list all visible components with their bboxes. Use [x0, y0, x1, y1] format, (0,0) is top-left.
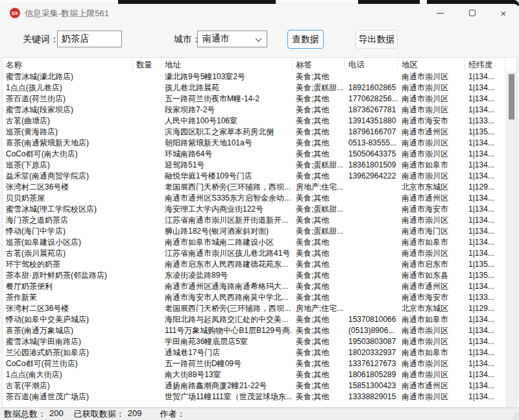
table-cell: 美食;其他 [293, 71, 345, 82]
minimize-button[interactable] [429, 5, 451, 21]
column-header[interactable]: 地址 [162, 58, 293, 71]
table-row[interactable]: 巡茶(黄海路店)滨海园区职工之家草本药房北侧美食;其他18796166707南通… [3, 127, 505, 138]
table-cell: 美食;蛋糕甜... [293, 160, 345, 171]
table-cell: 环宇驾校的奶茶 [3, 259, 133, 270]
table-row[interactable]: 悸动(如皋中交美庐城店)海阳北路与起凤路交汇处的中交美...美食;其他15370… [3, 314, 505, 325]
minimize-icon [437, 13, 444, 14]
table-row[interactable]: 喜茶(南通紫琅新天地店)朝阳路紫琅新天地101a号美食;其他0513-83555… [3, 138, 505, 149]
table-cell [133, 160, 162, 171]
table-cell: 1|134... [465, 215, 505, 226]
table-cell: 悸动(如皋中交美庐城店) [3, 314, 133, 325]
table-cell: 美食;蛋糕甜... [293, 82, 345, 93]
table-row[interactable]: 茶作新茉南通市海安市人民西路南莫中学北...美食;其他南通市海安市1|133..… [3, 292, 505, 303]
close-button[interactable]: × [492, 5, 514, 21]
table-cell: 美食;其他 [293, 358, 345, 369]
table-cell: 南通市如东县 [398, 270, 465, 281]
table-cell: 0513-83555... [345, 138, 398, 149]
fetched-count-label: 已获取数据： [74, 408, 125, 420]
table-cell: 美食;其他 [293, 127, 345, 138]
table-row[interactable]: 益禾堂(南通商贸学院店)融悦华庭1号楼109号门店美食;其他1396296422… [3, 171, 505, 182]
table-cell: 18020332937 [345, 347, 398, 358]
table-cell: 15370810066 [345, 314, 398, 325]
table-cell: 1|133... [465, 292, 505, 303]
table-cell [345, 182, 398, 193]
resize-grip-icon[interactable] [511, 412, 518, 419]
table-cell: 南通市如皋市 [398, 160, 465, 171]
table-row[interactable]: 1点点(南大街店)南大街88号13室美食;其他18061805289南通市崇川区… [3, 369, 505, 380]
table-row[interactable]: 茶本甜·原叶鲜奶茶(邻盐路店)东凌街凌盐路89号美食;其他南通市如东县1|135… [3, 270, 505, 281]
column-header[interactable]: 电话 [345, 58, 398, 71]
table-cell: 迎驾路51号 [162, 160, 293, 171]
table-row[interactable] [3, 402, 505, 407]
column-header[interactable]: 标签 [293, 58, 345, 71]
table-cell: 13914351880 [345, 116, 398, 127]
table-row[interactable]: 蜜雪冰城(濠北路店)濠北路9号5幢103室2号美食;其他南通市崇川区1|134.… [3, 71, 505, 82]
table-row[interactable]: 古茗(崇川晨苑店)江苏省南通市崇川区孩儿巷北路41号美食;其他南通市崇川区1|1… [3, 248, 505, 259]
table-cell: 南通市崇川区 [398, 171, 465, 182]
table-cell: 餐厅奶茶便利 [3, 281, 133, 292]
table-row[interactable]: CoCo都可(荷兰街店)五一路荷兰街D幢09号美食;其他13376127673南… [3, 358, 505, 369]
table-cell: 18921602865 [345, 82, 398, 93]
table-row[interactable]: CoCo都可(南大街店)环城南路64号美食;其他15050643375南通市崇川… [3, 149, 505, 160]
table-row[interactable]: 茶百道(南通世茂广场店)世贸广场11幢111室（世茂篮球场东...美食;其他13… [3, 391, 505, 402]
column-header[interactable]: 经纬度 [465, 58, 505, 71]
table-cell: 1|134... [465, 336, 505, 347]
table-row[interactable]: 海门茶之道奶茶店江苏省南通市崇川区新开街道新开...美食;其他南通市崇川区1|1… [3, 215, 505, 226]
table-row[interactable]: 餐厅奶茶便利南通市通州区通海路南通希格玛大...美食;其他南通市通州区1|134… [3, 281, 505, 292]
table-row[interactable]: 张湾村二区36号楼老国展西门天桥旁(三环辅路，西坝...房地产;住宅...北京市… [3, 182, 505, 193]
query-data-button[interactable]: 查数据 [287, 30, 324, 49]
export-data-button[interactable]: 导出数据 [356, 30, 398, 49]
table-row[interactable]: 古茗(曲塘店)人民中路100号106室美食;其他13914351880南通市海安… [3, 116, 505, 127]
table-cell: 南通市通州区 [398, 127, 465, 138]
app-window: DX 信息采集-数据上限561 × 关键词： 奶茶店 城市： 南通市 查数据 导… [0, 4, 519, 420]
keyword-input[interactable]: 奶茶店 [57, 31, 122, 47]
status-bar: 数据总数： 200 已获取数据： 209 作者： [0, 408, 519, 420]
table-cell: 古茗(曲塘店) [3, 116, 133, 127]
table-row[interactable]: 巡茶(下原店)迎驾路51号美食;蛋糕甜...18361801509南通市如皋市1… [3, 160, 505, 171]
table-cell: 1|135... [465, 127, 505, 138]
table-cell: 1|134... [465, 204, 505, 215]
column-header[interactable]: 数量 [133, 58, 162, 71]
table-cell: 巡茶(黄海路店) [3, 127, 133, 138]
table-cell [133, 358, 162, 369]
maximize-button[interactable] [461, 5, 483, 21]
table-row[interactable]: 古茗(平潮店)通扬南路鑫潮商厦2幢21-22号美食;其他15851300423南… [3, 380, 505, 391]
table-cell: 1|134... [465, 105, 505, 116]
table-cell: 1|134... [465, 149, 505, 160]
column-header[interactable]: 地区 [398, 58, 465, 71]
table-row[interactable]: 喜茶(南通万象城店)111号万象城购物中心B1层B129号商...美食;其他(0… [3, 325, 505, 336]
table-body: 蜜雪冰城(濠北路店)濠北路9号5幢103室2号美食;其他南通市崇川区1|134.… [3, 71, 505, 407]
table-row[interactable]: 蜜雪冰城(段家坝店)段家坝路7-2号美食;其他18736267781南通市崇川区… [3, 105, 505, 116]
keyword-input-value: 奶茶店 [62, 33, 89, 45]
table-cell: 南通市崇川区 [398, 93, 465, 105]
table-row[interactable]: 蜜雪冰城(理工学院校区店)海安理工大学内商业街122号美食;蛋糕甜...南通市海… [3, 204, 505, 215]
table-cell: 融悦华庭1号楼109号门店 [162, 171, 293, 182]
scrollbar-thumb[interactable] [509, 74, 514, 119]
table-cell: 南通市如皋市 [398, 237, 465, 248]
table-row[interactable]: 茶百道(荷兰街店)五一路荷兰街夜市M幢-14-2美食;其他1770628256.… [3, 93, 505, 105]
table-cell: 1|134... [465, 358, 505, 369]
table-cell: 18361801509 [345, 160, 398, 171]
table-cell: 1|134... [465, 314, 505, 325]
table-row[interactable]: 环宇驾校的奶茶南通市启东市人民西路建德花苑东...美食;其他南通市启东市1|13… [3, 259, 505, 270]
app-logo-icon: DX [10, 8, 20, 18]
table-cell: 东凌街凌盐路89号 [162, 270, 293, 281]
city-select[interactable]: 南通市 [197, 31, 267, 47]
table-row[interactable]: 巡茶(如皋建设小区店)南通市如皋市城南二路建设小区美食;其他南通市如皋市1|13… [3, 237, 505, 248]
table-row[interactable]: 悸动(海门中学店)狮山路182号(银河酒家斜对面)美食;蛋糕甜...南通市海门区… [3, 226, 505, 237]
table-cell: 美食;其他 [293, 259, 345, 270]
table-row[interactable]: 兰沁园港式奶茶(如皋店)通城巷17号门店美食;其他18020332937南通市如… [3, 347, 505, 358]
table-cell: 狮山路182号(银河酒家斜对面) [162, 226, 293, 237]
column-header[interactable]: 名称 [3, 58, 133, 71]
table-row[interactable]: 蜜雪冰城(学田南路店)学田南苑36幢底层店5室美食;其他19503803087南… [3, 336, 505, 347]
table-cell: 1|134... [465, 160, 505, 171]
table-cell [133, 259, 162, 270]
table-cell [345, 204, 398, 215]
table-row[interactable]: 张湾村二区36号楼老国展西门天桥旁(三环辅路，西坝...房地产;住宅...北京市… [3, 303, 505, 314]
vertical-scrollbar[interactable] [505, 71, 516, 407]
table-row[interactable]: 1点点(孩儿巷店)孩儿巷北路晨苑美食;蛋糕甜...18921602865南通市崇… [3, 82, 505, 93]
table-cell [133, 93, 162, 105]
table-cell: 美食;其他 [293, 149, 345, 160]
table-cell: 蜜雪冰城(濠北路店) [3, 71, 133, 82]
table-row[interactable]: 贝贝奶茶屋南通市通州区S335东方启智金余幼...美食;其他南通市通州区1|13… [3, 193, 505, 204]
